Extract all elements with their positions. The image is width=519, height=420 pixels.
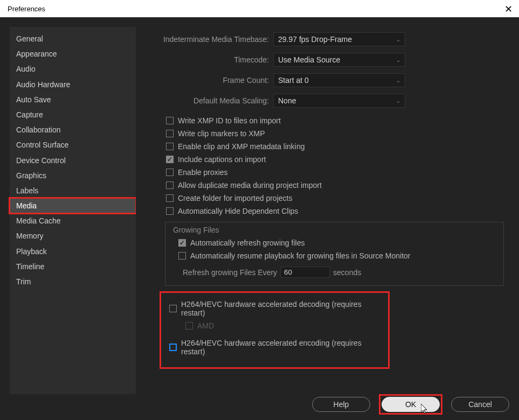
- refresh-interval-row: Refresh growing Files Every seconds: [171, 262, 498, 278]
- sidebar-item-playback[interactable]: Playback: [10, 244, 136, 259]
- checkbox-icon[interactable]: [166, 181, 174, 189]
- sidebar-item-control-surface[interactable]: Control Surface: [10, 137, 136, 152]
- dropdown-timebase[interactable]: 29.97 fps Drop-Frame ⌄: [273, 32, 405, 46]
- sidebar-item-appearance[interactable]: Appearance: [10, 46, 136, 61]
- check-auto-refresh-label: Automatically refresh growing files: [190, 239, 305, 247]
- sidebar-item-auto-save[interactable]: Auto Save: [10, 92, 136, 107]
- sidebar-item-device-control[interactable]: Device Control: [10, 153, 136, 168]
- check-hw-amd: AMD: [164, 319, 385, 332]
- row-framecount: Frame Count: Start at 0 ⌄: [136, 73, 509, 87]
- check-xmp-id[interactable]: Write XMP ID to files on import: [136, 114, 509, 127]
- dropdown-scaling-value: None: [278, 96, 296, 105]
- sidebar-item-audio-hardware[interactable]: Audio Hardware: [10, 77, 136, 92]
- check-create-folder[interactable]: Create folder for imported projects: [136, 192, 509, 205]
- growing-files-fieldset: Growing Files Automatically refresh grow…: [165, 222, 504, 286]
- ok-button-highlight: OK: [380, 395, 441, 414]
- sidebar-item-media[interactable]: Media: [10, 198, 136, 213]
- content-area: GeneralAppearanceAudioAudio HardwareAuto…: [0, 17, 519, 394]
- check-captions-label: Include captions on import: [178, 155, 266, 164]
- checkbox-icon[interactable]: [169, 305, 177, 312]
- check-clip-markers[interactable]: Write clip markers to XMP: [136, 127, 509, 140]
- check-auto-resume-label: Automatically resume playback for growin…: [190, 251, 411, 260]
- check-hide-deps-label: Automatically Hide Dependent Clips: [178, 207, 298, 215]
- check-enable-link-label: Enable clip and XMP metadata linking: [178, 142, 305, 151]
- refresh-label-post: seconds: [333, 268, 361, 277]
- refresh-interval-input[interactable]: [280, 267, 330, 278]
- checkbox-icon[interactable]: [166, 207, 174, 215]
- row-timebase: Indeterminate Media Timebase: 29.97 fps …: [136, 32, 509, 46]
- row-scaling: Default Media Scaling: None ⌄: [136, 94, 509, 108]
- sidebar-item-graphics[interactable]: Graphics: [10, 168, 136, 183]
- check-hw-decode[interactable]: H264/HEVC hardware accelerated decoding …: [164, 298, 385, 319]
- label-timecode: Timecode:: [136, 55, 273, 64]
- checkbox-icon[interactable]: [166, 130, 174, 137]
- dropdown-timebase-value: 29.97 fps Drop-Frame: [278, 35, 352, 44]
- sidebar-item-memory[interactable]: Memory: [10, 228, 136, 243]
- help-button[interactable]: Help: [312, 397, 370, 412]
- check-hw-encode-label: H264/HEVC hardware accelerated encoding …: [181, 339, 385, 356]
- window-title: Preferences: [8, 5, 45, 13]
- check-hw-decode-label: H264/HEVC hardware accelerated decoding …: [181, 300, 385, 317]
- check-create-folder-label: Create folder for imported projects: [178, 194, 292, 202]
- refresh-label-pre: Refresh growing Files Every: [183, 268, 277, 277]
- checkbox-icon[interactable]: [166, 169, 174, 176]
- dropdown-scaling[interactable]: None ⌄: [273, 94, 405, 108]
- checkbox-icon[interactable]: [166, 194, 174, 202]
- sidebar-item-audio[interactable]: Audio: [10, 61, 136, 76]
- growing-files-legend: Growing Files: [171, 226, 498, 234]
- checkbox-icon[interactable]: [169, 344, 177, 351]
- checkbox-icon[interactable]: [178, 252, 186, 260]
- chevron-down-icon: ⌄: [396, 37, 400, 43]
- check-hw-encode[interactable]: H264/HEVC hardware accelerated encoding …: [164, 337, 385, 358]
- sidebar: GeneralAppearanceAudioAudio HardwareAuto…: [10, 27, 136, 394]
- main-panel: Indeterminate Media Timebase: 29.97 fps …: [136, 27, 509, 394]
- sidebar-item-trim[interactable]: Trim: [10, 274, 136, 289]
- dropdown-timecode-value: Use Media Source: [278, 55, 340, 64]
- row-timecode: Timecode: Use Media Source ⌄: [136, 53, 509, 67]
- chevron-down-icon: ⌄: [396, 78, 400, 83]
- dropdown-framecount-value: Start at 0: [278, 76, 309, 85]
- sidebar-item-collaboration[interactable]: Collaboration: [10, 122, 136, 137]
- dropdown-framecount[interactable]: Start at 0 ⌄: [273, 73, 405, 87]
- check-auto-resume[interactable]: Automatically resume playback for growin…: [171, 249, 498, 262]
- checkbox-icon[interactable]: [166, 143, 174, 150]
- label-framecount: Frame Count:: [136, 76, 273, 85]
- checkbox-icon[interactable]: [178, 239, 186, 247]
- check-hide-deps[interactable]: Automatically Hide Dependent Clips: [136, 205, 509, 218]
- check-dup-media[interactable]: Allow duplicate media during project imp…: [136, 179, 509, 192]
- check-auto-refresh[interactable]: Automatically refresh growing files: [171, 236, 498, 249]
- cancel-button[interactable]: Cancel: [451, 397, 509, 412]
- dropdown-timecode[interactable]: Use Media Source ⌄: [273, 53, 405, 67]
- sidebar-item-capture[interactable]: Capture: [10, 107, 136, 122]
- label-timebase: Indeterminate Media Timebase:: [136, 35, 273, 44]
- checkbox-icon[interactable]: [166, 156, 174, 163]
- sidebar-item-timeline[interactable]: Timeline: [10, 259, 136, 274]
- check-enable-link[interactable]: Enable clip and XMP metadata linking: [136, 140, 509, 153]
- close-icon[interactable]: ✕: [504, 3, 513, 15]
- check-proxies[interactable]: Enable proxies: [136, 166, 509, 179]
- sidebar-item-labels[interactable]: Labels: [10, 183, 136, 198]
- cursor-icon: [421, 404, 430, 415]
- hw-accel-section: H264/HEVC hardware accelerated decoding …: [161, 292, 389, 368]
- check-proxies-label: Enable proxies: [178, 168, 228, 177]
- ok-button[interactable]: OK: [382, 397, 440, 412]
- check-captions[interactable]: Include captions on import: [136, 153, 509, 166]
- chevron-down-icon: ⌄: [396, 57, 400, 63]
- sidebar-item-media-cache[interactable]: Media Cache: [10, 213, 136, 228]
- titlebar: Preferences ✕: [0, 0, 519, 17]
- check-xmp-id-label: Write XMP ID to files on import: [178, 116, 281, 125]
- check-clip-markers-label: Write clip markers to XMP: [178, 129, 265, 138]
- chevron-down-icon: ⌄: [396, 98, 400, 104]
- sidebar-item-general[interactable]: General: [10, 31, 136, 46]
- label-scaling: Default Media Scaling:: [136, 96, 273, 105]
- footer: Help OK Cancel: [312, 395, 509, 414]
- check-hw-amd-label: AMD: [197, 321, 214, 330]
- check-dup-media-label: Allow duplicate media during project imp…: [178, 181, 322, 190]
- checkbox-icon: [185, 322, 193, 330]
- checkbox-icon[interactable]: [166, 117, 174, 124]
